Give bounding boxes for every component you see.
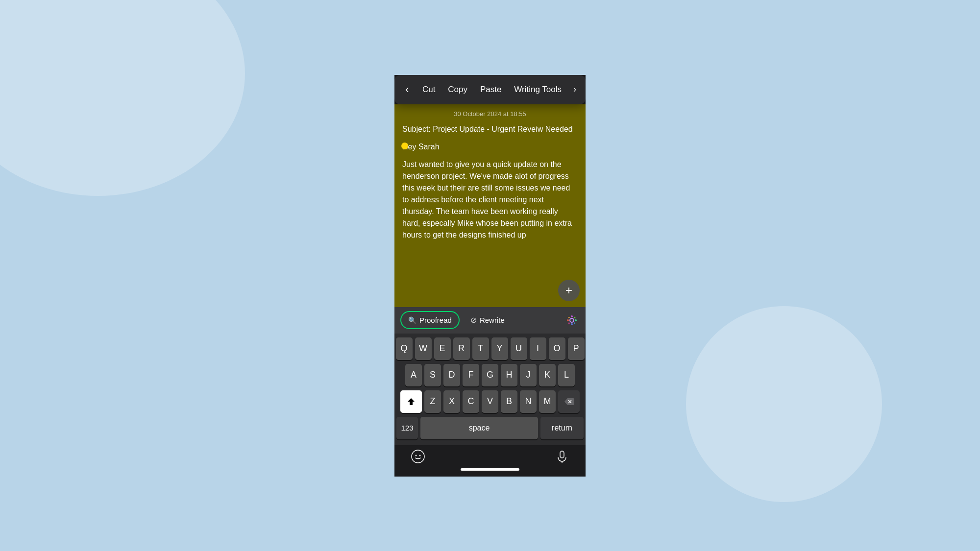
return-key[interactable]: return: [540, 417, 584, 439]
key-d[interactable]: D: [443, 364, 460, 386]
key-b[interactable]: B: [501, 390, 517, 413]
key-p[interactable]: P: [568, 337, 585, 360]
numbers-key[interactable]: 123: [396, 417, 418, 439]
bottom-bar-inner: [410, 449, 570, 473]
key-r[interactable]: R: [453, 337, 470, 360]
bottom-icons: [410, 449, 570, 464]
key-l[interactable]: L: [558, 364, 575, 386]
key-a[interactable]: A: [405, 364, 422, 386]
key-o[interactable]: O: [549, 337, 565, 360]
email-greeting: Hey Sarah: [402, 141, 578, 153]
key-x[interactable]: X: [443, 390, 460, 413]
key-n[interactable]: N: [520, 390, 537, 413]
key-j[interactable]: J: [520, 364, 537, 386]
key-s[interactable]: S: [424, 364, 441, 386]
email-area: 30 October 2024 at 18:55 Subject: Projec…: [394, 104, 586, 307]
svg-point-7: [568, 322, 570, 324]
mic-icon[interactable]: [554, 449, 570, 464]
key-u[interactable]: U: [511, 337, 527, 360]
space-label: space: [469, 424, 490, 432]
key-h[interactable]: H: [501, 364, 517, 386]
svg-point-6: [574, 322, 575, 324]
svg-point-3: [567, 319, 569, 321]
key-w[interactable]: W: [415, 337, 432, 360]
space-key[interactable]: space: [420, 417, 538, 439]
email-body: Just wanted to give you a quick update o…: [402, 159, 578, 241]
svg-point-5: [568, 316, 570, 318]
key-g[interactable]: G: [482, 364, 498, 386]
key-k[interactable]: K: [539, 364, 556, 386]
emoji-icon[interactable]: [410, 449, 426, 464]
key-c[interactable]: C: [463, 390, 479, 413]
add-button[interactable]: +: [558, 280, 580, 301]
keyboard-bottom-row: 123 space return: [396, 417, 584, 439]
key-f[interactable]: F: [463, 364, 479, 386]
chevron-right-icon[interactable]: ›: [568, 83, 582, 96]
copy-button[interactable]: Copy: [443, 81, 472, 98]
proofread-icon: 🔍: [408, 316, 416, 324]
proofread-label: Proofread: [419, 316, 452, 324]
svg-point-0: [570, 318, 574, 322]
context-menu: ‹ Cut Copy Paste Writing Tools ›: [394, 75, 586, 104]
back-button[interactable]: ‹: [398, 81, 416, 98]
email-date: 30 October 2024 at 18:55: [402, 110, 578, 118]
keyboard-row-1: Q W E R T Y U I O P: [396, 337, 584, 360]
svg-point-8: [574, 316, 575, 318]
svg-point-4: [575, 319, 577, 321]
writing-tools-settings-icon[interactable]: [564, 312, 580, 328]
email-content[interactable]: Subject: Project Update - Urgent Reveiw …: [402, 123, 578, 241]
key-q[interactable]: Q: [396, 337, 413, 360]
phone-frame: ‹ Cut Copy Paste Writing Tools › 30 Octo…: [394, 75, 586, 477]
writing-tools-button[interactable]: Writing Tools: [509, 81, 566, 98]
proofread-button[interactable]: 🔍 Proofread: [400, 311, 460, 329]
svg-point-11: [412, 450, 424, 463]
svg-point-12: [416, 455, 417, 456]
selection-handle: [401, 143, 408, 149]
key-v[interactable]: V: [482, 390, 498, 413]
backspace-key[interactable]: [558, 390, 580, 413]
bottom-bar: [394, 445, 586, 477]
key-i[interactable]: I: [530, 337, 546, 360]
keyboard-row-2: A S D F G H J K L: [396, 364, 584, 386]
key-z[interactable]: Z: [424, 390, 441, 413]
key-m[interactable]: M: [539, 390, 556, 413]
svg-point-1: [571, 315, 573, 317]
writing-tools-bar: 🔍 Proofread ⊘ Rewrite: [394, 307, 586, 334]
rewrite-icon: ⊘: [470, 315, 477, 325]
shift-key[interactable]: [400, 390, 422, 413]
svg-point-2: [571, 323, 573, 325]
rewrite-label: Rewrite: [480, 316, 505, 324]
key-e[interactable]: E: [434, 337, 451, 360]
key-t[interactable]: T: [472, 337, 489, 360]
keyboard: Q W E R T Y U I O P A S D F G H J K L: [394, 334, 586, 445]
paste-button[interactable]: Paste: [475, 81, 506, 98]
cut-button[interactable]: Cut: [417, 81, 440, 98]
email-subject: Subject: Project Update - Urgent Reveiw …: [402, 123, 578, 135]
rewrite-button[interactable]: ⊘ Rewrite: [464, 311, 512, 329]
key-y[interactable]: Y: [491, 337, 508, 360]
return-label: return: [552, 424, 572, 432]
home-indicator: [461, 468, 519, 471]
context-menu-items: Cut Copy Paste Writing Tools: [416, 81, 568, 98]
svg-point-13: [419, 455, 421, 456]
svg-rect-14: [560, 451, 564, 458]
numbers-label: 123: [401, 424, 413, 432]
keyboard-row-3: Z X C V B N M: [396, 390, 584, 413]
